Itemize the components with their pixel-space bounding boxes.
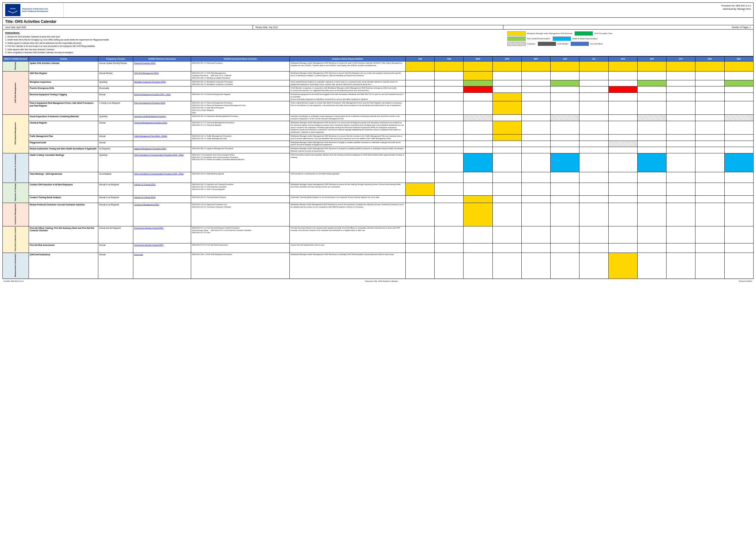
month-cell-jan bbox=[406, 243, 434, 253]
doc-name-cell: DEE EHU-27-1-1 First Aid and Infection C… bbox=[191, 226, 290, 243]
month-cell-jan bbox=[406, 153, 434, 172]
month-cell-nov bbox=[695, 93, 724, 101]
month-cell-nov bbox=[695, 226, 724, 243]
ref-doc-cell[interactable]: Hygiene Management Procedure (PDF) bbox=[133, 147, 191, 154]
month-cell-feb bbox=[434, 203, 463, 226]
month-cell-nov bbox=[695, 80, 724, 86]
month-cell-jun bbox=[550, 226, 579, 243]
month-cell-aug bbox=[608, 243, 637, 253]
page-title: Title: OHS Activities Calendar bbox=[5, 19, 57, 24]
instructions-left: Instructions: 1. Review the OHS Activiti… bbox=[5, 31, 507, 54]
month-cell-jan bbox=[406, 253, 434, 278]
month-cell-jun bbox=[550, 101, 579, 115]
ref-doc-cell[interactable]: Plant and Equipment Procedure (PDF) bbox=[133, 101, 191, 115]
ref-doc-cell[interactable] bbox=[133, 141, 191, 147]
ref-doc-cell[interactable]: Chemical Management Procedure (PDF) bbox=[133, 121, 191, 134]
ref-doc-cell[interactable]: First Aid and Infection Control (PDF) bbox=[133, 226, 191, 243]
legend-box-blue bbox=[571, 42, 589, 46]
month-cell-mar bbox=[463, 203, 492, 226]
freq-cell: Annual bbox=[98, 253, 133, 278]
month-cell-apr bbox=[492, 203, 521, 226]
month-cell-apr bbox=[492, 253, 521, 278]
activity-cell: Update OHS Activities Calendar bbox=[29, 62, 98, 71]
legend-teal: Health & Safety Representative bbox=[553, 37, 598, 41]
ref-doc-cell[interactable]: Hazardous Building Material Procedure bbox=[133, 115, 191, 121]
ref-doc-cell[interactable]: (insert link) bbox=[133, 253, 191, 278]
ref-doc-cell[interactable] bbox=[133, 86, 191, 93]
activity-cell: Plant & Equipment Risk Management Forms,… bbox=[29, 101, 98, 115]
month-cell-apr bbox=[492, 147, 521, 154]
month-cell-oct bbox=[666, 172, 695, 183]
th-apr: APR bbox=[492, 57, 521, 62]
group-label: Measurement & Evaluation bbox=[14, 254, 17, 277]
legend-section: Workplace Manager and/or Management OHS … bbox=[507, 31, 751, 54]
th-nov: NOV bbox=[695, 57, 724, 62]
month-cell-feb bbox=[434, 253, 463, 278]
authorised: Authorised By: Manager EHU bbox=[721, 7, 751, 11]
legend-label-yellow: Workplace Manager and/or Management OHS … bbox=[527, 33, 572, 34]
month-cell-jan bbox=[406, 141, 434, 147]
ref-doc-cell[interactable]: Traffic Management Plan (Word - 453kb) bbox=[133, 134, 191, 141]
month-cell-dec bbox=[724, 183, 753, 196]
month-cell-apr bbox=[492, 93, 521, 101]
doc-name-cell bbox=[191, 141, 290, 147]
month-cell-nov bbox=[695, 134, 724, 141]
legend-yellow: Workplace Manager and/or Management OHS … bbox=[507, 31, 572, 36]
ref-doc-cell[interactable]: First Aid and Infection Control (PDF) bbox=[133, 243, 191, 253]
month-cell-may bbox=[521, 134, 550, 141]
doc-name-cell: DEE-03-1-2 Consultation and Communicatio… bbox=[191, 153, 290, 172]
ref-doc-cell[interactable]: OHS Consultation & Communication Procedu… bbox=[133, 172, 191, 183]
month-cell-jan bbox=[406, 121, 434, 134]
month-cell-sep bbox=[637, 80, 666, 86]
month-cell-aug bbox=[608, 203, 637, 226]
month-cell-aug bbox=[608, 153, 637, 172]
activity-cell: Workplace Inspections bbox=[29, 80, 98, 86]
ref-doc-cell[interactable]: OHS Consultation & Communication Procedu… bbox=[133, 153, 191, 172]
ref-doc-cell[interactable]: Induction & Training (PDF) bbox=[133, 196, 191, 203]
month-cell-aug bbox=[608, 134, 637, 141]
ref-doc-cell[interactable]: OHS Risk Management (PDF) bbox=[133, 71, 191, 80]
legend-dotted: Contractor bbox=[507, 42, 535, 46]
guidance-cell: Team leader/Domain leaders to undertake … bbox=[290, 80, 406, 86]
month-cell-may bbox=[521, 62, 550, 71]
month-cell-nov bbox=[695, 183, 724, 196]
ref-doc-cell[interactable]: Planning Procedure (PDF) bbox=[133, 62, 191, 71]
legend-box-green bbox=[574, 31, 593, 36]
ref-doc-cell[interactable]: Induction & Training (PDF) bbox=[133, 183, 191, 196]
freq-cell: Annual or as Required bbox=[98, 203, 133, 226]
issue-date: Issue Date: April 2009 bbox=[3, 25, 253, 29]
month-cell-aug bbox=[608, 86, 637, 93]
ref-doc-cell[interactable]: Workplace Inspection Procedure (PDF) bbox=[133, 80, 191, 86]
month-cell-feb bbox=[434, 134, 463, 141]
month-cell-jun bbox=[550, 86, 579, 93]
month-cell-apr bbox=[492, 115, 521, 121]
month-cell-sep bbox=[637, 101, 666, 115]
guidance-cell: Workplace Manger and/or Management OHS N… bbox=[290, 203, 406, 226]
month-cell-aug bbox=[608, 71, 637, 80]
month-cell-jan bbox=[406, 86, 434, 93]
month-cell-may bbox=[521, 93, 550, 101]
instructions-section: Instructions: 1. Review the OHS Activiti… bbox=[2, 30, 754, 56]
instructions-text: 1. Review the OHS Activities Calendar at… bbox=[5, 35, 507, 54]
month-cell-oct bbox=[666, 93, 695, 101]
month-cell-mar bbox=[463, 71, 492, 80]
ref-doc-cell[interactable]: Contractor Management (PDF) bbox=[133, 203, 191, 226]
freq-cell: As Required bbox=[98, 147, 133, 154]
month-cell-jun bbox=[550, 121, 579, 134]
footer: DocRef: DEE EHU-2-2-1 Document Title: OH… bbox=[2, 279, 754, 283]
th-activity: Activity bbox=[29, 57, 98, 62]
month-cell-nov bbox=[695, 243, 724, 253]
freq-cell: Annual Review bbox=[98, 71, 133, 80]
month-cell-sep bbox=[637, 203, 666, 226]
freq-cell: Quarterly bbox=[98, 80, 133, 86]
ref-doc-cell[interactable]: Electrical Equipment Procedure (PDF - 42… bbox=[133, 93, 191, 101]
month-cell-mar bbox=[463, 62, 492, 71]
doc-name-cell: DEE EHU-26-1-1 Induction and Training Pr… bbox=[191, 183, 290, 196]
month-cell-sep bbox=[637, 86, 666, 93]
month-cell-may bbox=[521, 141, 550, 147]
month-cell-may bbox=[521, 153, 550, 172]
month-cell-jun bbox=[550, 253, 579, 278]
doc-name-cell: DEE EHU-20-1-1 Workplace Inspection Proc… bbox=[191, 80, 290, 86]
month-cell-nov bbox=[695, 253, 724, 278]
month-cell-jun bbox=[550, 243, 579, 253]
